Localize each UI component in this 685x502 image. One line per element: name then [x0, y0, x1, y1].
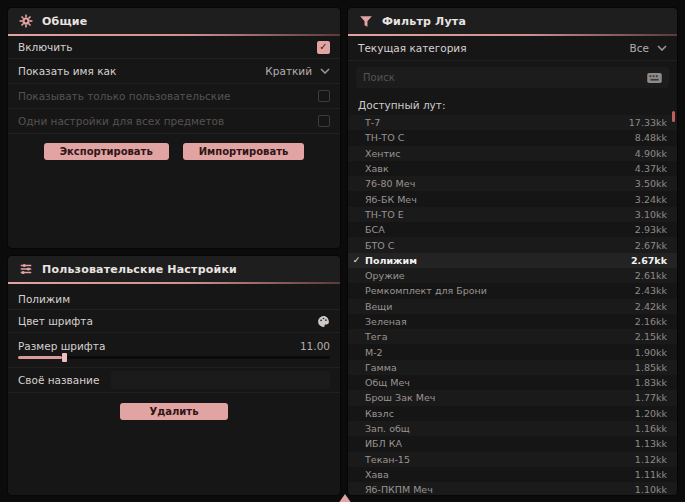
- loot-item-value: 2.16kk: [635, 316, 667, 327]
- category-label: Текущая категория: [358, 42, 467, 54]
- loot-item-name: Хентис: [365, 148, 635, 159]
- loot-list-scrollbar-thumb[interactable]: [672, 111, 675, 122]
- font-size-slider-handle[interactable]: [62, 353, 67, 362]
- delete-row: Удалить: [8, 393, 340, 430]
- loot-item-name: Гамма: [365, 362, 635, 373]
- same-settings-checkbox[interactable]: [318, 115, 330, 127]
- export-button[interactable]: Экспортировать: [44, 143, 169, 160]
- loot-item-name: ТН-ТО Е: [365, 209, 635, 220]
- loot-item-row[interactable]: Яб-ПКПМ Меч 1.10kk: [348, 482, 677, 495]
- chevron-down-icon: [320, 68, 330, 74]
- only-custom-checkbox[interactable]: [318, 90, 330, 102]
- loot-item-row[interactable]: Хава 1.11kk: [348, 467, 677, 482]
- loot-item-value: 1.85kk: [635, 362, 667, 373]
- loot-item-row[interactable]: Текан-15 1.12kk: [348, 452, 677, 467]
- loot-item-value: 2.43kk: [635, 285, 667, 296]
- search-box: [356, 67, 669, 88]
- loot-item-name: Зеленая: [365, 316, 635, 327]
- loot-item-row[interactable]: ТН-ТО Е 3.10kk: [348, 207, 677, 222]
- loot-item-row[interactable]: Гамма 1.85kk: [348, 360, 677, 375]
- search-input[interactable]: [363, 72, 641, 83]
- font-size-slider-track[interactable]: [18, 356, 330, 359]
- loot-item-value: 1.20kk: [635, 408, 667, 419]
- font-color-label: Цвет шрифта: [18, 315, 93, 327]
- loot-item-name: Хавк: [365, 163, 635, 174]
- enable-checkbox[interactable]: ✓: [317, 41, 330, 54]
- loot-item-name: Квэлс: [365, 408, 635, 419]
- loot-item-row[interactable]: ТН-ТО С 8.48kk: [348, 130, 677, 145]
- font-size-slider-block: [8, 353, 340, 368]
- loot-item-value: 3.10kk: [635, 209, 667, 220]
- loot-item-row[interactable]: Хентис 4.90kk: [348, 146, 677, 161]
- font-size-slider-fill: [18, 356, 62, 359]
- loot-item-row[interactable]: Тега 2.15kk: [348, 329, 677, 344]
- delete-button[interactable]: Удалить: [120, 403, 229, 420]
- loot-item-value: 1.90kk: [635, 347, 667, 358]
- loot-item-value: 2.67kk: [635, 240, 667, 251]
- keyboard-icon[interactable]: [647, 73, 662, 83]
- custom-panel-title: Пользовательские Настройки: [42, 263, 237, 276]
- funnel-icon: [359, 15, 373, 28]
- loot-item-row[interactable]: Яб-БК Меч 3.24kk: [348, 191, 677, 206]
- loot-item-value: 2.42kk: [635, 301, 667, 312]
- check-icon: ✓: [319, 42, 327, 52]
- loot-item-name: БТО С: [365, 240, 635, 251]
- loot-item-value: 2.61kk: [635, 270, 667, 281]
- loot-item-name: Зап. общ: [365, 423, 635, 434]
- loot-item-row[interactable]: БСА 2.93kk: [348, 222, 677, 237]
- palette-icon[interactable]: [317, 315, 330, 328]
- custom-settings-panel: Пользовательские Настройки Полижим Цвет …: [8, 256, 340, 495]
- loot-item-row[interactable]: ✓ Полижим 2.67kk: [348, 253, 677, 268]
- loot-item-row[interactable]: Хавк 4.37kk: [348, 161, 677, 176]
- loot-item-value: 1.13kk: [635, 438, 667, 449]
- loot-item-value: 1.77kk: [635, 392, 667, 403]
- loot-item-row[interactable]: М-2 1.90kk: [348, 344, 677, 359]
- loot-item-row[interactable]: Квэлс 1.20kk: [348, 406, 677, 421]
- loot-item-value: 1.83kk: [635, 377, 667, 388]
- available-loot-label: Доступный лут:: [348, 94, 677, 115]
- loot-item-name: Ремкомплект для Брони: [365, 285, 635, 296]
- loot-list: Т-7 17.33kk ТН-ТО С 8.48kk Хентис 4.90kk…: [348, 115, 677, 495]
- same-settings-row: Одни настройки для всех предметов: [8, 109, 340, 134]
- loot-item-value: 2.93kk: [635, 224, 667, 235]
- loot-item-row[interactable]: ИБЛ КА 1.13kk: [348, 436, 677, 451]
- loot-item-name: Текан-15: [365, 454, 635, 465]
- loot-item-name: Яб-БК Меч: [365, 194, 635, 205]
- font-color-row: Цвет шрифта: [8, 310, 340, 333]
- loot-item-row[interactable]: Ремкомплект для Брони 2.43kk: [348, 283, 677, 298]
- only-custom-row: Показывать только пользовательские: [8, 84, 340, 109]
- same-settings-label: Одни настройки для всех предметов: [18, 115, 224, 127]
- gear-icon: [19, 14, 33, 28]
- loot-item-value: 4.37kk: [635, 163, 667, 174]
- loot-item-name: Вещи: [365, 301, 635, 312]
- loot-item-row[interactable]: Зеленая 2.16kk: [348, 314, 677, 329]
- import-button[interactable]: Импортировать: [183, 143, 305, 160]
- general-panel: Общие Включить ✓ Показать имя как Кратки…: [8, 8, 340, 248]
- enable-label: Включить: [18, 41, 72, 53]
- custom-name-input[interactable]: [111, 371, 330, 389]
- loot-item-value: 1.11kk: [635, 469, 667, 480]
- loot-item-name: Брош Зак Меч: [365, 392, 635, 403]
- loot-item-row[interactable]: БТО С 2.67kk: [348, 237, 677, 252]
- category-row: Текущая категория Все: [348, 36, 677, 61]
- loot-item-row[interactable]: Брош Зак Меч 1.77kk: [348, 390, 677, 405]
- loot-item-name: ТН-ТО С: [365, 132, 635, 143]
- loot-item-name: Хава: [365, 469, 635, 480]
- loot-item-row[interactable]: 76-80 Меч 3.50kk: [348, 176, 677, 191]
- only-custom-label: Показывать только пользовательские: [18, 90, 230, 102]
- loot-item-row[interactable]: Т-7 17.33kk: [348, 115, 677, 130]
- show-name-as-row: Показать имя как Краткий: [8, 59, 340, 84]
- chevron-down-icon: [657, 45, 667, 51]
- general-panel-header: Общие: [8, 8, 340, 34]
- loot-item-name: БСА: [365, 224, 635, 235]
- loot-item-row[interactable]: Общ Меч 1.83kk: [348, 375, 677, 390]
- loot-item-row[interactable]: Вещи 2.42kk: [348, 299, 677, 314]
- loot-item-row[interactable]: Зап. общ 1.16kk: [348, 421, 677, 436]
- general-panel-title: Общие: [42, 15, 87, 28]
- loot-item-row[interactable]: Оружие 2.61kk: [348, 268, 677, 283]
- loot-item-value: 1.10kk: [635, 484, 667, 495]
- loot-item-name: Оружие: [365, 270, 635, 281]
- loot-item-value: 3.24kk: [635, 194, 667, 205]
- category-dropdown[interactable]: Все: [630, 42, 667, 54]
- show-name-as-dropdown[interactable]: Краткий: [265, 65, 330, 77]
